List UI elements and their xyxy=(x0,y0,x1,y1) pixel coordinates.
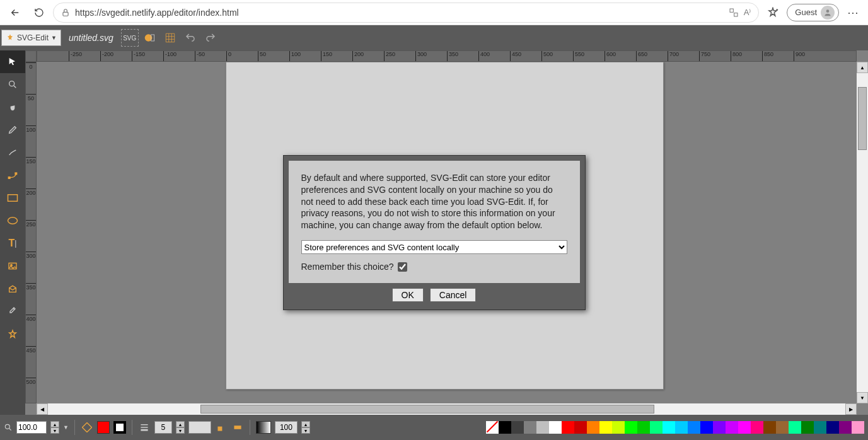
svg-point-3 xyxy=(826,9,830,13)
profile-button[interactable]: Guest xyxy=(787,4,839,21)
address-bar[interactable]: https://svgedit.netlify.app/editor/index… xyxy=(53,3,759,23)
svg-rect-0 xyxy=(63,12,68,16)
translate-icon[interactable] xyxy=(729,8,739,18)
svg-rect-2 xyxy=(734,13,737,16)
cancel-button[interactable]: Cancel xyxy=(430,288,477,302)
url-text: https://svgedit.netlify.app/editor/index… xyxy=(75,8,724,18)
avatar-icon xyxy=(821,6,835,20)
storage-dialog: By default and where supported, SVG-Edit… xyxy=(283,155,586,310)
browser-toolbar: https://svgedit.netlify.app/editor/index… xyxy=(0,0,868,25)
refresh-button[interactable] xyxy=(29,3,49,23)
guest-label: Guest xyxy=(795,8,817,17)
remember-label: Remember this choice? xyxy=(301,262,394,272)
lock-icon xyxy=(61,8,70,17)
dialog-message: By default and where supported, SVG-Edit… xyxy=(301,172,567,231)
dialog-overlay: By default and where supported, SVG-Edit… xyxy=(0,25,868,440)
storage-select[interactable]: Store preferences and SVG content locall… xyxy=(301,240,567,254)
back-button[interactable] xyxy=(5,3,25,23)
remember-choice[interactable]: Remember this choice? xyxy=(301,262,567,272)
favorites-button[interactable] xyxy=(763,3,783,23)
remember-checkbox[interactable] xyxy=(398,262,407,272)
svg-edit-app: SVG-Edit ▼ untitled.svg SVG T| -250-200-… xyxy=(0,25,868,440)
ok-button[interactable]: OK xyxy=(392,288,424,302)
more-button[interactable]: ⋯ xyxy=(843,3,863,23)
read-aloud-icon[interactable]: A⁾ xyxy=(744,8,751,17)
svg-rect-1 xyxy=(730,9,733,12)
